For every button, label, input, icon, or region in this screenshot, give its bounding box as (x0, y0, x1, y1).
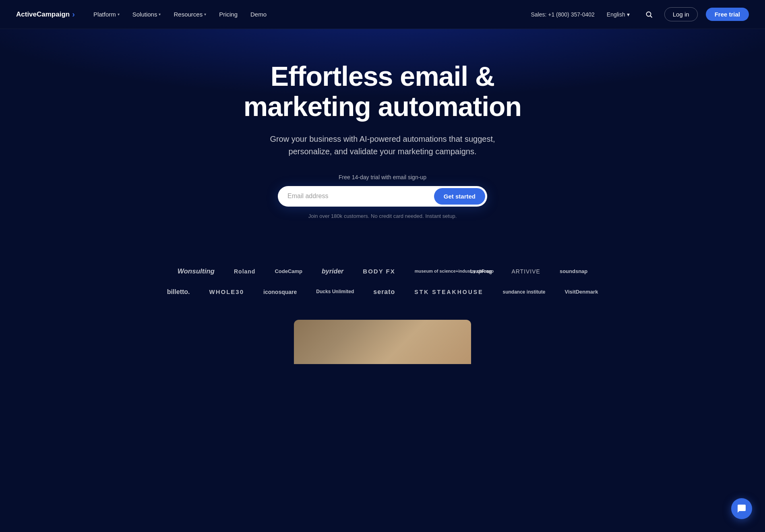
nav-link-solutions[interactable]: Solutions ▾ (127, 8, 167, 21)
logo-label-artivive: ARTIVIVE (511, 268, 540, 275)
logo-label-visitdenmark: VisitDenmark (565, 289, 598, 295)
logo-label-whole30: WHOLE30 (209, 288, 244, 295)
logos-section: WonsultingRolandCodeCampbyriderBODY FXmu… (0, 243, 765, 312)
logo-codecamp: CodeCamp (275, 268, 302, 274)
hero-section: Effortless email & marketing automation … (0, 29, 765, 243)
logo-arrow-icon: › (72, 10, 75, 19)
logo-bodyfx: BODY FX (363, 268, 395, 275)
logo-label-byrider: byrider (322, 268, 343, 275)
nav-left: ActiveCampaign › Platform ▾ Solutions ▾ … (16, 8, 272, 21)
svg-point-0 (646, 12, 651, 16)
social-proof-text: Join over 180k customers. No credit card… (308, 213, 457, 219)
nav-link-platform[interactable]: Platform ▾ (88, 8, 125, 21)
chevron-down-icon: ▾ (159, 12, 161, 17)
logo-soundsnap: soundsnap (560, 268, 587, 274)
logo-label-stk: STK STEAKHOUSE (414, 289, 483, 295)
logo[interactable]: ActiveCampaign › (16, 10, 75, 19)
nav-right: Sales: +1 (800) 357-0402 English ▾ Log i… (531, 7, 749, 22)
logo-ducks: Ducks Unlimited (316, 289, 354, 295)
hero-subtitle: Grow your business with AI-powered autom… (262, 133, 503, 158)
search-button[interactable] (642, 7, 656, 22)
chat-icon (737, 504, 746, 513)
logo-label-ducks: Ducks Unlimited (316, 289, 354, 295)
get-started-button[interactable]: Get started (434, 188, 485, 205)
nav-link-resources[interactable]: Resources ▾ (168, 8, 212, 21)
logo-label-museum: museum of science+industry chicago (415, 268, 451, 274)
logo-label-serato: serato (373, 288, 395, 296)
logo-stk: STK STEAKHOUSE (414, 289, 483, 295)
svg-line-1 (650, 16, 652, 17)
logo-label-wonsulting: Wonsulting (178, 267, 215, 275)
search-icon (645, 11, 653, 18)
logo-wonsulting: Wonsulting (178, 267, 215, 275)
chat-bubble-button[interactable] (731, 498, 752, 519)
hero-title: Effortless email & marketing automation (217, 61, 548, 122)
login-button[interactable]: Log in (664, 7, 698, 21)
logo-whole30: WHOLE30 (209, 288, 244, 295)
email-form: Get started (278, 186, 487, 207)
logo-artivive: ARTIVIVE (511, 268, 540, 275)
chevron-down-icon: ▾ (118, 12, 120, 17)
logo-label-leapfrog: LeapFrog (470, 269, 492, 274)
logo-byrider: byrider (322, 268, 343, 275)
hero-image (294, 320, 471, 364)
logo-label-codecamp: CodeCamp (275, 268, 302, 274)
logos-row-2: billetto.WHOLE30iconosquareDucks Unlimit… (167, 288, 598, 296)
chevron-down-icon: ▾ (627, 11, 630, 18)
nav-link-demo[interactable]: Demo (245, 8, 272, 21)
trial-label: Free 14-day trial with email sign-up (339, 174, 426, 180)
logo-iconosquare: iconosquare (263, 289, 297, 295)
bottom-section (0, 312, 765, 364)
nav-link-pricing[interactable]: Pricing (213, 8, 243, 21)
nav-links: Platform ▾ Solutions ▾ Resources ▾ Prici… (88, 8, 272, 21)
logo-museum: museum of science+industry chicago (415, 268, 451, 274)
language-selector[interactable]: English ▾ (603, 9, 634, 20)
logo-label-iconosquare: iconosquare (263, 289, 297, 295)
logo-leapfrog: LeapFrog (470, 269, 492, 274)
logo-label-sundance: sundance institute (502, 289, 545, 295)
logo-label-bodyfx: BODY FX (363, 268, 395, 275)
logo-sundance: sundance institute (502, 289, 545, 295)
logo-label-roland: Roland (234, 268, 255, 275)
logo-label-soundsnap: soundsnap (560, 268, 587, 274)
free-trial-button[interactable]: Free trial (706, 8, 749, 21)
email-input[interactable] (287, 189, 434, 203)
chevron-down-icon: ▾ (204, 12, 206, 17)
logo-text: ActiveCampaign (16, 10, 70, 19)
logo-billetto: billetto. (167, 288, 190, 296)
logo-visitdenmark: VisitDenmark (565, 289, 598, 295)
logo-roland: Roland (234, 268, 255, 275)
main-nav: ActiveCampaign › Platform ▾ Solutions ▾ … (0, 0, 765, 29)
logos-row-1: WonsultingRolandCodeCampbyriderBODY FXmu… (178, 267, 588, 275)
sales-phone: Sales: +1 (800) 357-0402 (531, 11, 594, 18)
language-label: English (607, 11, 625, 18)
logo-serato: serato (373, 288, 395, 296)
logo-label-billetto: billetto. (167, 288, 190, 296)
